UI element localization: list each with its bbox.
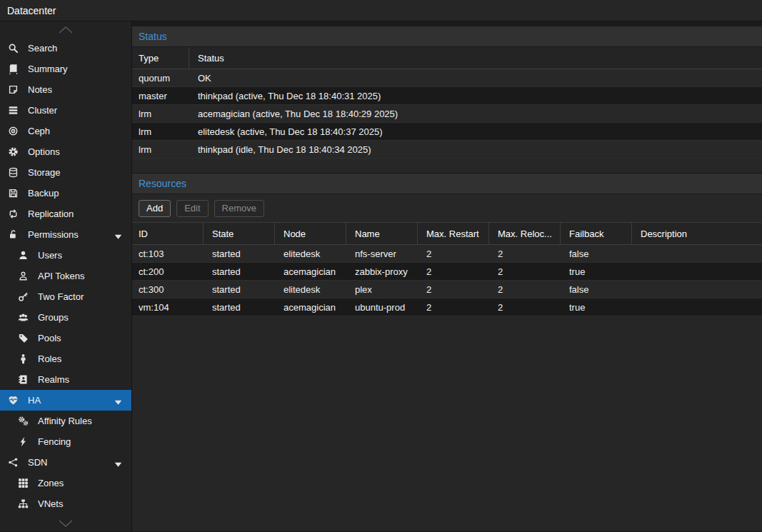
edit-button[interactable]: Edit xyxy=(176,200,208,217)
chevron-up-icon xyxy=(58,26,74,34)
sidebar-item-label: Storage xyxy=(28,167,61,178)
sidebar-item-sdn[interactable]: SDN xyxy=(0,452,131,473)
heartbeat-icon xyxy=(7,395,19,406)
table-cell: 2 xyxy=(418,266,489,277)
sidebar-item-ceph[interactable]: Ceph xyxy=(0,121,131,141)
caret-down-icon xyxy=(114,231,122,242)
replication-icon xyxy=(7,209,19,220)
table-cell: started xyxy=(204,284,275,295)
column-header-type[interactable]: Type xyxy=(132,47,189,69)
cluster-icon xyxy=(7,105,19,116)
sidebar-item-replication[interactable]: Replication xyxy=(0,204,131,224)
table-cell: vm:104 xyxy=(132,302,204,313)
sidebar-item-users[interactable]: Users xyxy=(0,245,131,266)
column-header-description[interactable]: Description xyxy=(632,223,762,244)
sidebar: Search Summary Notes Cluster Ceph Option… xyxy=(0,21,132,531)
column-header-failback[interactable]: Failback xyxy=(561,223,632,244)
content-panel: Status TypeStatus quorumOKmasterthinkpad… xyxy=(132,21,762,531)
sidebar-item-fencing[interactable]: Fencing xyxy=(0,431,131,452)
table-row[interactable]: quorumOK xyxy=(132,69,762,87)
sidebar-item-label: Summary xyxy=(28,64,68,74)
sidebar-item-notes[interactable]: Notes xyxy=(0,79,131,100)
table-cell: ct:103 xyxy=(132,249,204,259)
sidebar-item-groups[interactable]: Groups xyxy=(0,307,131,328)
sidebar-item-permissions[interactable]: Permissions xyxy=(0,224,131,245)
address-book-icon xyxy=(17,374,29,386)
share-nodes-icon xyxy=(7,457,19,468)
user-outline-icon xyxy=(17,271,29,282)
table-cell: nfs-server xyxy=(346,249,418,259)
sidebar-item-pools[interactable]: Pools xyxy=(0,328,131,348)
column-header-id[interactable]: ID xyxy=(132,223,204,244)
summary-icon xyxy=(7,64,19,75)
sitemap-icon xyxy=(17,498,29,510)
sidebar-item-cluster[interactable]: Cluster xyxy=(0,100,131,121)
page-title: Datacenter xyxy=(7,5,56,16)
caret-down-icon xyxy=(114,397,122,408)
column-header-max-restart[interactable]: Max. Restart xyxy=(418,223,489,244)
search-icon xyxy=(7,43,19,54)
table-cell: 2 xyxy=(489,284,561,295)
table-row[interactable]: lrmthinkpad (idle, Thu Dec 18 18:40:34 2… xyxy=(132,141,762,159)
sidebar-item-api-tokens[interactable]: API Tokens xyxy=(0,266,131,286)
users-group-icon xyxy=(17,312,29,323)
sidebar-item-ha[interactable]: HA xyxy=(0,390,131,411)
column-header-max-reloc[interactable]: Max. Reloc... xyxy=(489,223,561,244)
resources-toolbar: AddEditRemove xyxy=(132,194,762,223)
sidebar-item-label: Permissions xyxy=(28,229,79,240)
sidebar-scroll-up[interactable] xyxy=(0,21,131,38)
table-cell: acemagician xyxy=(275,266,346,277)
sidebar-item-backup[interactable]: Backup xyxy=(0,183,131,204)
sidebar-item-search[interactable]: Search xyxy=(0,38,131,59)
status-table-header: TypeStatus xyxy=(132,47,762,69)
table-cell: false xyxy=(561,249,632,259)
table-row[interactable]: lrmacemagician (active, Thu Dec 18 18:40… xyxy=(132,105,762,123)
add-button[interactable]: Add xyxy=(139,200,171,217)
sidebar-item-label: Realms xyxy=(38,374,69,385)
person-icon xyxy=(17,353,29,365)
sidebar-item-affinity-rules[interactable]: Affinity Rules xyxy=(0,411,131,431)
sidebar-item-two-factor[interactable]: Two Factor xyxy=(0,286,131,307)
sidebar-item-options[interactable]: Options xyxy=(0,141,131,162)
column-header-node[interactable]: Node xyxy=(275,223,346,244)
sidebar-item-label: HA xyxy=(28,395,41,406)
sidebar-item-label: VNets xyxy=(38,498,63,509)
resources-table-header: IDStateNodeNameMax. RestartMax. Reloc...… xyxy=(132,223,762,245)
sidebar-item-label: Backup xyxy=(28,188,59,199)
sidebar-item-summary[interactable]: Summary xyxy=(0,59,131,79)
table-row[interactable]: ct:103startedelitedesknfs-server22false xyxy=(132,245,762,263)
sidebar-item-realms[interactable]: Realms xyxy=(0,369,131,390)
breadcrumb-bar: Datacenter xyxy=(0,0,762,21)
table-row[interactable]: ct:200startedacemagicianzabbix-proxy22tr… xyxy=(132,263,762,281)
table-cell: 2 xyxy=(489,266,561,277)
table-cell: plex xyxy=(346,284,418,295)
storage-icon xyxy=(7,167,19,179)
column-header-state[interactable]: State xyxy=(204,223,275,244)
sidebar-item-label: Two Factor xyxy=(38,291,84,302)
sidebar-item-roles[interactable]: Roles xyxy=(0,348,131,369)
table-cell: true xyxy=(561,302,632,313)
sidebar-item-vnets[interactable]: VNets xyxy=(0,493,131,514)
remove-button[interactable]: Remove xyxy=(214,200,264,217)
gear-icon xyxy=(7,146,19,158)
table-cell: acemagician (active, Thu Dec 18 18:40:29… xyxy=(189,109,762,119)
table-row[interactable]: lrmelitedesk (active, Thu Dec 18 18:40:3… xyxy=(132,123,762,141)
sidebar-scroll-down[interactable] xyxy=(0,515,131,531)
table-row[interactable]: ct:300startedelitedeskplex22false xyxy=(132,281,762,298)
sidebar-item-storage[interactable]: Storage xyxy=(0,162,131,183)
status-table-empty-area xyxy=(132,159,762,174)
column-header-status[interactable]: Status xyxy=(189,47,762,69)
table-cell: ct:200 xyxy=(132,266,204,277)
column-header-name[interactable]: Name xyxy=(346,223,418,244)
cogs-icon xyxy=(17,416,29,427)
sidebar-item-zones[interactable]: Zones xyxy=(0,473,131,493)
sidebar-item-label: Users xyxy=(38,250,62,261)
sidebar-item-label: Ceph xyxy=(28,126,50,136)
notes-icon xyxy=(7,84,19,96)
table-row[interactable]: vm:104startedacemagicianubuntu-prod22tru… xyxy=(132,298,762,316)
sidebar-item-label: Cluster xyxy=(28,105,57,116)
table-row[interactable]: masterthinkpad (active, Thu Dec 18 18:40… xyxy=(132,87,762,105)
sidebar-item-label: Replication xyxy=(28,209,74,219)
table-cell: thinkpad (idle, Thu Dec 18 18:40:34 2025… xyxy=(189,144,762,155)
table-cell: 2 xyxy=(418,302,489,313)
